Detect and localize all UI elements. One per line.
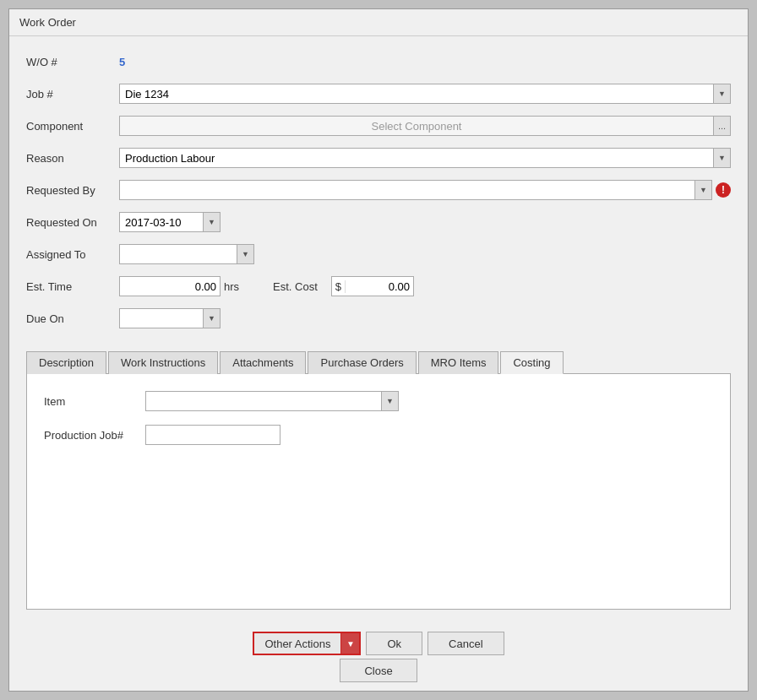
assigned-to-control <box>119 244 731 264</box>
assigned-to-dropdown-btn[interactable] <box>237 245 253 263</box>
est-row: Est. Time hrs Est. Cost $ <box>26 274 731 298</box>
work-order-window: Work Order W/O # 5 Job # <box>8 8 749 692</box>
requested-by-dropdown[interactable] <box>119 180 712 200</box>
tabs-section: Description Work Instructions Attachment… <box>26 350 731 610</box>
requested-by-error-icon: ! <box>716 182 731 198</box>
wo-label: W/O # <box>26 56 119 68</box>
tab-description[interactable]: Description <box>26 351 106 374</box>
job-input[interactable] <box>120 84 713 103</box>
item-dropdown[interactable] <box>145 391 399 411</box>
reason-control <box>119 148 731 168</box>
requested-by-label: Requested By <box>26 184 119 197</box>
close-button[interactable]: Close <box>340 659 417 682</box>
title-bar: Work Order <box>9 9 748 36</box>
tab-work-instructions[interactable]: Work Instructions <box>108 351 218 374</box>
requested-on-row: Requested On <box>26 210 731 234</box>
reason-dropdown[interactable] <box>119 148 731 168</box>
job-label: Job # <box>26 88 119 100</box>
window-title: Work Order <box>19 16 76 29</box>
assigned-to-input[interactable] <box>120 245 237 263</box>
footer-row1: Other Actions ▼ Ok Cancel <box>253 632 504 655</box>
tab-costing[interactable]: Costing <box>500 351 563 374</box>
requested-on-dropdown-btn[interactable] <box>203 213 220 231</box>
due-on-control <box>119 308 731 328</box>
component-label: Component <box>26 120 119 133</box>
wo-row: W/O # 5 <box>26 50 731 73</box>
due-on-input[interactable] <box>120 309 203 328</box>
ok-button[interactable]: Ok <box>366 632 422 655</box>
est-cost-input[interactable] <box>346 277 413 296</box>
est-control: hrs Est. Cost $ <box>119 276 731 296</box>
reason-row: Reason <box>26 146 731 170</box>
requested-on-input[interactable] <box>120 213 203 231</box>
job-dropdown[interactable] <box>119 84 731 104</box>
costing-tab-content: Item Production Job# <box>26 374 731 610</box>
production-job-label: Production Job# <box>44 429 145 442</box>
requested-by-input[interactable] <box>120 181 694 199</box>
component-select-btn[interactable] <box>713 117 730 135</box>
est-time-unit: hrs <box>224 280 239 293</box>
footer: Other Actions ▼ Ok Cancel Close <box>9 623 748 691</box>
job-dropdown-btn[interactable] <box>713 84 730 103</box>
assigned-to-label: Assigned To <box>26 248 119 261</box>
reason-label: Reason <box>26 152 119 165</box>
due-on-dropdown[interactable] <box>119 308 221 328</box>
component-placeholder: Select Component <box>120 120 713 133</box>
due-on-label: Due On <box>26 312 119 325</box>
cancel-button[interactable]: Cancel <box>428 632 504 655</box>
requested-by-dropdown-btn[interactable] <box>694 181 711 199</box>
est-cost-label: Est. Cost <box>273 280 318 293</box>
item-row: Item <box>44 391 713 411</box>
footer-row2: Close <box>340 659 417 682</box>
requested-on-label: Requested On <box>26 216 119 229</box>
other-actions-label: Other Actions <box>254 638 340 650</box>
requested-on-control <box>119 212 731 232</box>
production-job-row: Production Job# <box>44 425 713 445</box>
est-cost-prefix: $ <box>332 280 346 293</box>
job-control <box>119 84 731 104</box>
tab-purchase-orders[interactable]: Purchase Orders <box>308 351 416 374</box>
reason-dropdown-btn[interactable] <box>713 149 730 167</box>
item-dropdown-btn[interactable] <box>381 392 398 410</box>
item-input[interactable] <box>146 392 381 410</box>
other-actions-arrow: ▼ <box>340 633 359 654</box>
due-on-row: Due On <box>26 307 731 330</box>
wo-value: 5 <box>119 56 125 68</box>
requested-by-control: ! <box>119 180 731 200</box>
est-time-input[interactable] <box>119 276 221 296</box>
production-job-input[interactable] <box>145 425 280 445</box>
wo-value-area: 5 <box>119 56 731 68</box>
content-area: W/O # 5 Job # Component <box>9 36 748 623</box>
component-field[interactable]: Select Component <box>119 116 731 136</box>
tab-bar: Description Work Instructions Attachment… <box>26 350 731 374</box>
est-cost-field: $ <box>331 276 414 296</box>
requested-by-row: Requested By ! <box>26 178 731 202</box>
job-row: Job # <box>26 82 731 106</box>
est-time-label: Est. Time <box>26 280 119 293</box>
tab-mro-items[interactable]: MRO Items <box>418 351 499 374</box>
reason-input[interactable] <box>120 149 713 167</box>
other-actions-button[interactable]: Other Actions ▼ <box>253 632 361 655</box>
tab-attachments[interactable]: Attachments <box>220 351 306 374</box>
component-control: Select Component <box>119 116 731 136</box>
assigned-to-row: Assigned To <box>26 242 731 266</box>
component-row: Component Select Component <box>26 114 731 138</box>
assigned-to-dropdown[interactable] <box>119 244 254 264</box>
requested-on-dropdown[interactable] <box>119 212 221 232</box>
due-on-dropdown-btn[interactable] <box>203 309 220 328</box>
form-area: W/O # 5 Job # Component <box>26 50 731 339</box>
item-label: Item <box>44 395 145 408</box>
